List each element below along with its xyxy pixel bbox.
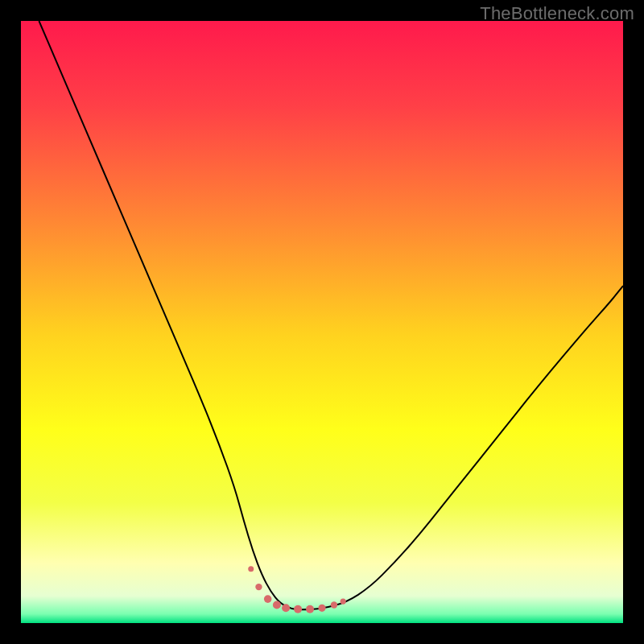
marker-dot xyxy=(282,604,290,612)
marker-dot xyxy=(264,595,272,603)
marker-dot xyxy=(331,601,337,608)
bottleneck-plot xyxy=(21,21,623,623)
marker-dot xyxy=(341,598,346,604)
marker-dot xyxy=(306,605,314,613)
marker-dot xyxy=(273,601,281,609)
gradient-fill xyxy=(21,21,623,623)
chart-frame: TheBottleneck.com xyxy=(0,0,644,644)
marker-dot xyxy=(318,605,325,612)
watermark-text: TheBottleneck.com xyxy=(480,3,634,24)
marker-dot xyxy=(248,566,254,572)
marker-dot xyxy=(255,584,262,590)
marker-dot xyxy=(294,605,302,613)
